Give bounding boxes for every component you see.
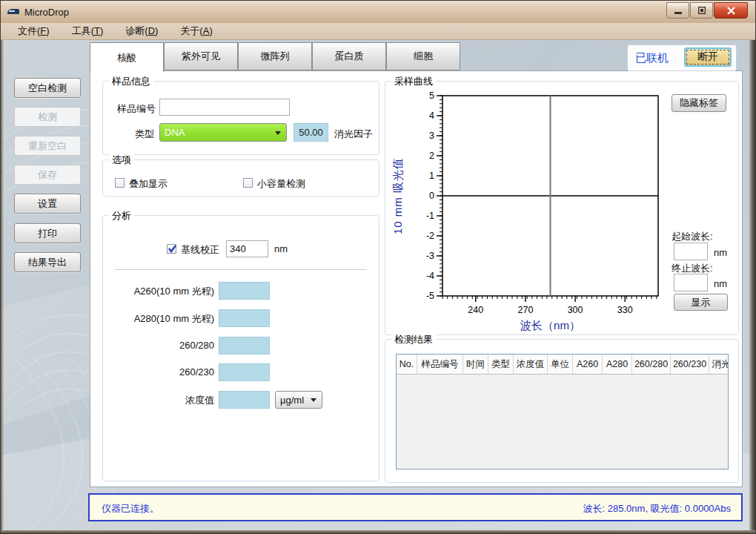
window-title: MicroDrop [24,7,69,18]
application-window: MicroDrop 文件(F) 工具(T) 诊断(D) 关于(A) 核酸 紫外可… [0,0,756,534]
tab-nucleic-acid[interactable]: 核酸 [90,42,164,72]
window-edge-bottom [1,530,755,533]
connection-panel: 已联机 断开 [627,44,737,71]
menu-item-about[interactable]: 关于(A) [169,23,223,39]
svg-text:波长（nm）: 波长（nm） [520,319,580,332]
concentration-unit-select[interactable]: µg/ml [275,391,322,409]
maximize-button[interactable] [690,2,713,19]
options-group: 选项 叠加显示 小容量检测 [102,159,379,197]
col-concentration: 浓度值 [514,355,548,374]
disconnect-button[interactable]: 断开 [684,47,732,67]
sample-type-select[interactable]: DNA [159,123,287,142]
minimize-icon [674,7,682,14]
title-bar: MicroDrop [1,1,755,24]
svg-text:2: 2 [429,151,434,161]
close-icon [727,7,735,15]
tab-uv-vis[interactable]: 紫外可见 [164,42,238,70]
concentration-label: 浓度值 [103,394,214,407]
analysis-title: 分析 [109,209,134,222]
col-no: No. [397,355,417,374]
a260-label: A260(10 mm 光程) [103,285,214,298]
main-panel: 样品信息 样品编号 类型 DNA 50.00 消光因子 选项 叠加显示 小容量检… [90,70,743,487]
sampling-curve-title: 采样曲线 [391,75,436,88]
baseline-correction-checkbox[interactable] [167,244,176,254]
save-button[interactable]: 保存 [14,165,81,185]
concentration-unit-value: µg/ml [280,395,304,406]
chevron-down-icon [275,131,281,135]
window-edge-left [1,40,4,533]
col-sample-id: 样品编号 [417,355,463,374]
col-type: 类型 [488,355,514,374]
baseline-correction-label: 基线校正 [181,243,219,257]
blank-test-button[interactable]: 空白检测 [14,78,81,98]
svg-text:240: 240 [468,305,483,315]
connection-status-text: 已联机 [635,51,669,65]
end-wavelength-input[interactable] [674,274,708,291]
sampling-curve-chart: 240270300330-5-4-3-2-1012345波长（nm）10 mm … [388,88,679,332]
results-table-header: No. 样品编号 时间 类型 浓度值 单位 A260 A280 260/280 … [397,355,729,375]
svg-text:10 mm 吸光值: 10 mm 吸光值 [391,157,404,234]
svg-text:0: 0 [429,191,434,201]
window-edge-right [749,40,755,533]
ratio-260-230-value-box [219,363,270,381]
settings-button[interactable]: 设置 [14,194,81,214]
a260-value-box [219,282,270,300]
svg-text:-4: -4 [426,271,434,281]
small-volume-checkbox[interactable] [243,178,253,188]
end-wavelength-unit: nm [714,278,727,289]
col-a260: A260 [573,355,603,374]
sampling-curve-group: 采样曲线 240270300330-5-4-3-2-1012345波长（nm）1… [385,81,739,335]
results-title: 检测结果 [391,333,436,346]
menu-item-diagnostics[interactable]: 诊断(D) [114,23,169,39]
start-wavelength-input[interactable] [674,243,708,260]
results-table[interactable]: No. 样品编号 时间 类型 浓度值 单位 A260 A280 260/280 … [396,354,729,469]
results-group: 检测结果 No. 样品编号 时间 类型 浓度值 单位 A260 A280 260… [385,339,739,483]
minimize-button[interactable] [666,2,689,19]
col-unit: 单位 [548,355,573,374]
concentration-value-box [219,391,270,409]
ratio-260-230-label: 260/230 [103,366,214,378]
a280-value-box [219,309,270,327]
svg-text:-3: -3 [426,251,434,261]
sample-id-label: 样品编号 [114,102,156,116]
overlay-display-label: 叠加显示 [129,177,168,191]
status-bar: 仪器已连接。 波长: 285.0nm, 吸光值: 0.0000Abs [88,493,743,521]
checkmark-icon [167,243,178,254]
chevron-down-icon [311,398,316,402]
svg-text:-2: -2 [426,231,434,241]
extinction-factor-value: 50.00 [294,123,328,142]
extinction-factor-label: 消光因子 [334,128,373,141]
col-time: 时间 [463,355,488,374]
test-button[interactable]: 检测 [14,107,81,127]
svg-text:300: 300 [568,305,583,315]
col-extinction: 消光因子 [709,355,729,374]
svg-text:3: 3 [429,131,434,141]
baseline-wavelength-input[interactable] [226,240,268,257]
svg-text:1: 1 [429,171,434,181]
wavelength-absorbance-readout: 波长: 285.0nm, 吸光值: 0.0000Abs [583,502,731,515]
close-button[interactable] [714,2,748,19]
overlay-display-checkbox[interactable] [115,178,125,188]
baseline-unit-label: nm [274,243,288,254]
instrument-status-text: 仪器已连接。 [102,502,159,515]
tab-cell[interactable]: 细胞 [386,42,460,70]
a280-label: A280(10 mm 光程) [103,312,214,326]
svg-text:5: 5 [429,90,434,101]
start-wavelength-unit: nm [714,247,727,258]
menu-item-tools[interactable]: 工具(T) [61,23,115,39]
show-button[interactable]: 显示 [674,294,728,311]
sample-id-input[interactable] [159,99,290,116]
export-results-button[interactable]: 结果导出 [14,252,81,272]
col-260-280: 260/280 [632,355,671,374]
tab-protein[interactable]: 蛋白质 [312,42,386,70]
menu-bar: 文件(F) 工具(T) 诊断(D) 关于(A) [1,23,755,40]
reblank-button[interactable]: 重新空白 [14,136,81,156]
menu-item-file[interactable]: 文件(F) [7,23,61,39]
tab-microarray[interactable]: 微阵列 [238,42,312,70]
print-button[interactable]: 打印 [14,223,81,243]
sample-type-label: 类型 [135,128,154,141]
svg-text:270: 270 [517,305,533,315]
svg-text:-5: -5 [426,291,434,301]
col-a280: A280 [603,355,632,374]
hide-labels-button[interactable]: 隐藏标签 [672,94,726,112]
